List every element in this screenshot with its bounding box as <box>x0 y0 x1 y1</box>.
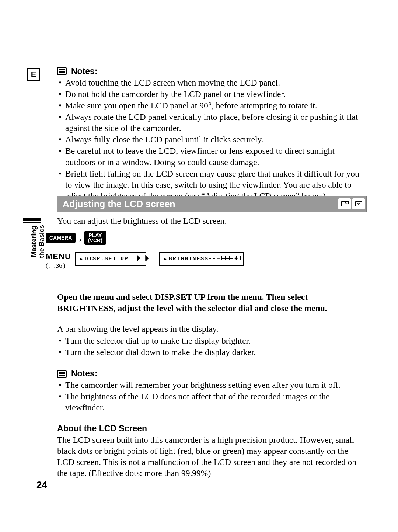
list-item: Turn the selector dial up to make the di… <box>59 335 367 346</box>
about-heading: About the LCD Screen <box>57 424 367 434</box>
sidebar-rule <box>23 222 41 223</box>
camera-mode-chip: CAMERA <box>46 233 76 243</box>
list-item: Be careful not to leave the LCD, viewfin… <box>59 145 367 167</box>
notes-section-2: Notes: The camcorder will remember your … <box>57 368 367 413</box>
triangle-icon: ▶ <box>80 256 83 262</box>
heading-icons <box>338 198 365 209</box>
section-heading-bar: Adjusting the LCD screen <box>57 196 367 212</box>
list-item: Always fully close the LCD panel until i… <box>59 134 367 145</box>
notes-label: Notes: <box>71 66 98 76</box>
intro-text: You can adjust the brightness of the LCD… <box>57 216 367 226</box>
instructions-block: Open the menu and select DISP.SET UP fro… <box>57 291 367 479</box>
cassette-icon <box>352 198 365 209</box>
menu-label-block: MENU ( 36) <box>46 252 71 270</box>
language-badge: E <box>27 68 40 81</box>
card-icon <box>338 198 351 209</box>
menu-box-disp-setup: ▶ DISP.SET UP ⏵⏵ <box>75 252 146 266</box>
about-body: The LCD screen built into this camcorder… <box>57 434 367 479</box>
note-icon <box>57 67 67 75</box>
notes-section-1: Notes: Avoid touching the LCD screen whe… <box>57 66 367 202</box>
menu-word: MENU <box>46 252 71 261</box>
list-item: The camcorder will remember your brightn… <box>59 379 367 390</box>
notes-label: Notes: <box>71 369 98 379</box>
triangle-icon: ▶ <box>164 256 167 262</box>
book-icon <box>49 264 55 268</box>
play-vcr-mode-chip: PLAY(VCR) <box>84 231 106 245</box>
list-item: Make sure you open the LCD panel at 90°,… <box>59 100 367 111</box>
separator-comma: , <box>78 233 82 243</box>
list-item: Turn the selector dial down to make the … <box>59 347 367 358</box>
notes-list-1: Avoid touching the LCD screen when movin… <box>57 77 367 201</box>
list-item: Always rotate the LCD panel vertically i… <box>59 111 367 133</box>
brightness-bar-icon <box>221 257 233 261</box>
mode-row: CAMERA , PLAY(VCR) <box>46 231 106 245</box>
sidebar-rule <box>23 218 41 221</box>
menu-path-row: MENU ( 36) ▶ DISP.SET UP ⏵⏵ ▶ BRIGHTNESS… <box>46 252 244 270</box>
list-item: The brightness of the LCD does not affec… <box>59 391 367 413</box>
instruction-body: A bar showing the level appears in the d… <box>57 323 367 334</box>
section-title: Adjusting the LCD screen <box>63 199 338 209</box>
instruction-bullets: Turn the selector dial up to make the di… <box>57 335 367 358</box>
sidebar-chapter-label: Masteringthe Basics <box>30 225 46 258</box>
list-item: Do not hold the camcorder by the LCD pan… <box>59 88 367 100</box>
notes-list-2: The camcorder will remember your brightn… <box>57 379 367 413</box>
menu-box-brightness: ▶ BRIGHTNESS•• − + <box>159 252 244 266</box>
page-number: 24 <box>36 479 47 491</box>
note-icon <box>57 370 67 378</box>
menu-page-ref: ( 36) <box>46 262 71 270</box>
double-arrow-icon: ⏵⏵ <box>135 255 152 263</box>
list-item: Avoid touching the LCD screen when movin… <box>59 77 367 88</box>
instruction-bold: Open the menu and select DISP.SET UP fro… <box>57 291 367 314</box>
